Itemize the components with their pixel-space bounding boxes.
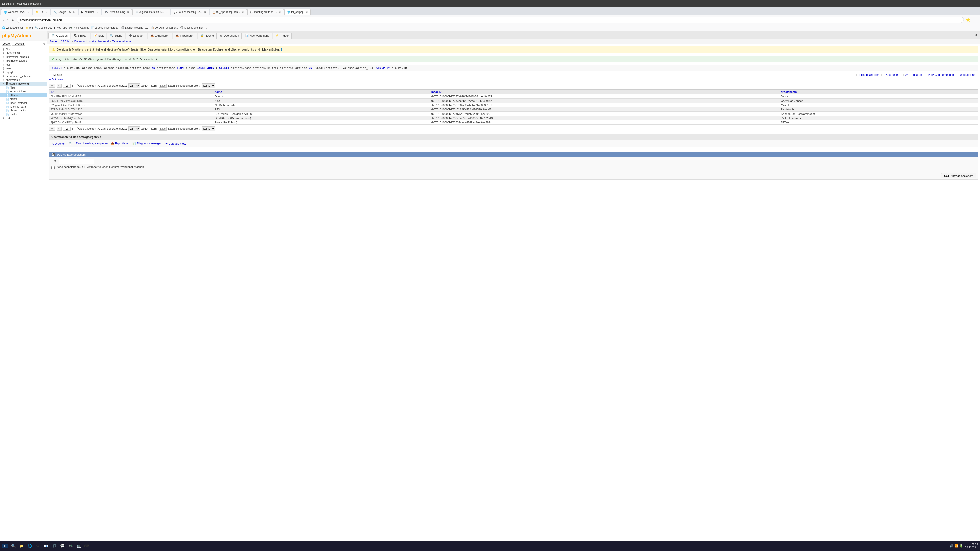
page-input[interactable] bbox=[63, 84, 71, 88]
print-link[interactable]: 🖨 Drucken bbox=[51, 142, 65, 145]
records-select[interactable]: 25 50 100 bbox=[128, 83, 140, 88]
warning-info-icon[interactable]: ℹ bbox=[281, 48, 282, 51]
sort-select-bottom[interactable]: keine bbox=[202, 126, 215, 131]
db-item-jobs[interactable]: 🗄 jobs bbox=[0, 63, 47, 67]
column-header-imageid[interactable]: imageID bbox=[429, 89, 779, 94]
bookmark-youtube[interactable]: ▶ YouTube bbox=[54, 26, 67, 29]
copy-link[interactable]: 📋 In Zwischenablage kopieren bbox=[68, 142, 108, 145]
file-explorer-icon[interactable]: 📁 bbox=[18, 542, 25, 550]
sql-erklaeren-link[interactable]: SQL erklären bbox=[905, 73, 922, 76]
taskbar-clock[interactable]: 06:08 18.11.2021 bbox=[965, 543, 978, 549]
nav-menu-button[interactable]: ⋮ bbox=[972, 17, 978, 22]
all-checkbox-bottom[interactable] bbox=[75, 127, 78, 130]
tab-launch[interactable]: 💬 Launch Meeting - Z... ✕ bbox=[171, 9, 209, 15]
tab-trigger[interactable]: ⚡ Trigger bbox=[272, 33, 291, 38]
table-item-albums[interactable]: 📄 albums bbox=[0, 94, 47, 97]
bookmark-uni[interactable]: 📁 Uni bbox=[25, 26, 33, 29]
table-item-tracks[interactable]: 📄 tracks bbox=[0, 113, 47, 116]
tab-einfuegen[interactable]: ➕ Einfügen bbox=[126, 33, 147, 38]
tab-exportieren[interactable]: 📤 Exportieren bbox=[148, 33, 172, 38]
php-code-link[interactable]: PHP-Code erzeugen bbox=[928, 73, 954, 76]
tab-close[interactable]: ✕ bbox=[204, 11, 206, 14]
address-bar[interactable] bbox=[17, 17, 964, 23]
db-item-julez[interactable]: 🗄 julez bbox=[0, 67, 47, 70]
title-input[interactable] bbox=[59, 159, 94, 164]
table-item-listening-data[interactable]: 📄 listening_data bbox=[0, 105, 47, 109]
tab-tbl-sql[interactable]: 🐬 tbl_sql.php ✕ bbox=[284, 9, 310, 15]
tab-meeting[interactable]: 💬 Meeting eröffnen -... ✕ bbox=[247, 9, 284, 15]
first-page-button-bottom[interactable]: << bbox=[49, 127, 56, 130]
prev-page-button-bottom[interactable]: < bbox=[57, 127, 62, 130]
options-link[interactable]: + Optionen bbox=[49, 78, 63, 81]
db-item-test[interactable]: 🗄 test bbox=[0, 116, 47, 120]
tab-importieren[interactable]: 📥 Importieren bbox=[172, 33, 197, 38]
nav-forward-button[interactable]: › bbox=[6, 17, 10, 22]
tab-website-server[interactable]: 🌐 Website/Server ✕ bbox=[1, 9, 32, 15]
nav-back-button[interactable]: ‹ bbox=[2, 17, 5, 22]
volume-icon[interactable]: 🔊 bbox=[950, 544, 953, 548]
messen-checkbox[interactable] bbox=[49, 73, 52, 76]
tab-close[interactable]: ✕ bbox=[165, 11, 168, 14]
table-item-insert-protocol[interactable]: 📄 insert_protocol bbox=[0, 101, 47, 105]
start-button[interactable]: ⊞ bbox=[2, 544, 8, 548]
aktualisieren-link[interactable]: Aktualisieren bbox=[960, 73, 976, 76]
settings-icon[interactable]: ⚙ bbox=[974, 32, 978, 38]
tab-close[interactable]: ✕ bbox=[127, 11, 129, 14]
breadcrumb-server-link[interactable]: Server: 127.0.0.1 bbox=[49, 40, 71, 43]
terminal-icon[interactable]: ⌨ bbox=[83, 542, 91, 550]
breadcrumb-table-link[interactable]: Tabelle: albums bbox=[112, 40, 131, 43]
bookmark-app[interactable]: 📋 00_App Tonspuren... bbox=[151, 26, 178, 29]
save-sql-button[interactable]: SQL-Abfrage speichern bbox=[941, 173, 976, 178]
db-item-information-schema[interactable]: 🗄 information_schema bbox=[0, 55, 47, 59]
tab-sql[interactable]: 📝 SQL bbox=[91, 33, 107, 38]
bookmark-website[interactable]: 🌐 Website/Server bbox=[2, 26, 23, 29]
public-checkbox[interactable] bbox=[51, 166, 55, 169]
tab-close[interactable]: ✕ bbox=[73, 11, 75, 14]
export-link[interactable]: 📤 Exportieren bbox=[111, 142, 129, 145]
chat-icon[interactable]: 💬 bbox=[59, 542, 66, 550]
tab-google-dev[interactable]: 🔧 Google Dev ✕ bbox=[51, 9, 78, 15]
tab-close[interactable]: ✕ bbox=[45, 11, 48, 14]
tab-close[interactable]: ✕ bbox=[242, 11, 244, 14]
db-item-inkompetentelehre[interactable]: 🗄 inkompetentelehre bbox=[0, 59, 47, 63]
edge-icon[interactable]: 🌐 bbox=[26, 542, 33, 550]
tab-close[interactable]: ✕ bbox=[306, 11, 308, 14]
filter-input-bottom[interactable] bbox=[159, 127, 167, 130]
breadcrumb-database-link[interactable]: Datenbank: statify_backend bbox=[74, 40, 109, 43]
nav-refresh-button[interactable]: ↻ bbox=[11, 17, 16, 22]
mail-icon[interactable]: 📧 bbox=[42, 542, 50, 550]
bearbeiten-link[interactable]: Bearbeiten bbox=[886, 73, 899, 76]
tab-uni[interactable]: 📁 Uni ✕ bbox=[33, 9, 50, 15]
inline-bearbeiten-link[interactable]: Inline bearbeiten bbox=[859, 73, 880, 76]
filter-input[interactable] bbox=[159, 84, 167, 88]
save-sql-title[interactable]: 💾 SQL-Abfrage speichern bbox=[49, 152, 978, 157]
tab-operationen[interactable]: ⚙ Operationen bbox=[217, 33, 242, 38]
search-icon[interactable]: 🔍 bbox=[10, 542, 17, 550]
tab-struktur[interactable]: 🏗 Struktur bbox=[71, 33, 90, 38]
music-icon[interactable]: 🎵 bbox=[50, 542, 58, 550]
tab-rechte[interactable]: 🔒 Rechte bbox=[197, 33, 217, 38]
db-item-statify-backend[interactable]: ▼ 🗄 statify_backend bbox=[0, 82, 47, 86]
prev-page-button[interactable]: < bbox=[57, 84, 62, 88]
tab-close[interactable]: ✕ bbox=[279, 11, 281, 14]
game-icon[interactable]: 🎮 bbox=[67, 542, 74, 550]
battery-icon[interactable]: 🔋 bbox=[959, 544, 963, 548]
sort-select[interactable]: keine bbox=[202, 83, 215, 88]
records-select-bottom[interactable]: 25 50 100 bbox=[128, 126, 140, 131]
bookmark-launch[interactable]: 💬 Launch Meeting - Z... bbox=[121, 26, 149, 29]
bookmark-meeting[interactable]: 💬 Meeting eröffnen -... bbox=[180, 26, 207, 29]
letzte-button[interactable]: Letzte bbox=[2, 42, 11, 46]
code-icon[interactable]: 💻 bbox=[75, 542, 83, 550]
diagram-link[interactable]: 📊 Diagramm anzeigen bbox=[132, 142, 162, 145]
tab-nachverfolgung[interactable]: 📊 Nachverfolgung bbox=[242, 33, 272, 38]
all-checkbox[interactable] bbox=[75, 84, 78, 87]
table-item-played-tracks[interactable]: 📄 played_tracks bbox=[0, 109, 47, 113]
table-item-access-token[interactable]: 📄 access_token bbox=[0, 89, 47, 94]
refresh-icon[interactable]: ↺ bbox=[43, 42, 46, 46]
tab-suche[interactable]: 🔍 Suche bbox=[107, 33, 125, 38]
page-input-bottom[interactable] bbox=[63, 127, 71, 130]
tab-close[interactable]: ✕ bbox=[97, 11, 99, 14]
table-item-artists[interactable]: 📄 artists bbox=[0, 97, 47, 101]
tab-app[interactable]: 📋 00_App Tonspuren... ✕ bbox=[210, 9, 247, 15]
settings-taskbar-icon[interactable]: ⚙ bbox=[34, 542, 41, 550]
